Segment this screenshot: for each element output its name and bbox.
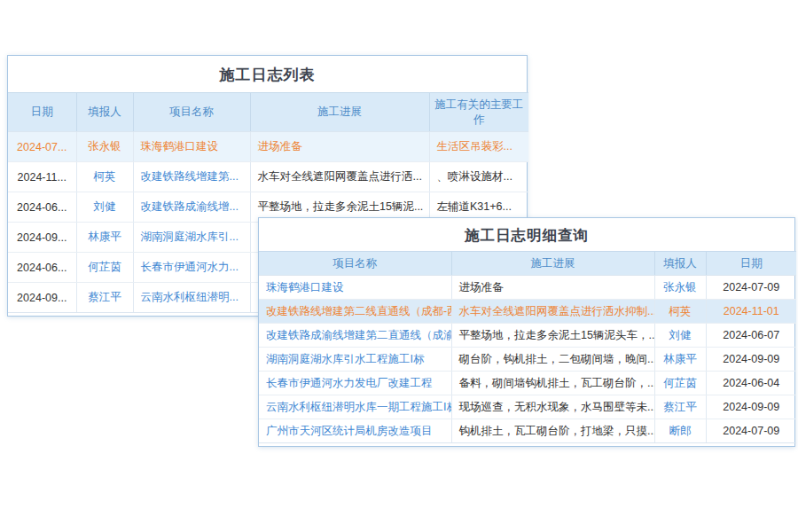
list-header-date: 日期 [8, 93, 76, 132]
log-date: 2024-09... [8, 223, 76, 253]
project-link[interactable]: 改建铁路成渝线增建第二直通线（成渝 [259, 324, 451, 348]
project-link[interactable]: 长春市伊通河水力... [133, 253, 250, 283]
progress-text: 水车对全线遮阳网覆盖点进行洒... [250, 162, 429, 192]
detail-header-date: 日期 [706, 252, 796, 276]
log-date: 2024-06... [8, 192, 76, 223]
reporter-link[interactable]: 柯英 [76, 162, 133, 192]
project-link[interactable]: 广州市天河区统计局机房改造项目 [259, 419, 451, 443]
table-row[interactable]: 改建铁路线增建第二线直通线（成都-西 水车对全线遮阳网覆盖点进行洒水抑制... … [259, 300, 796, 324]
detail-header-project: 项目名称 [259, 252, 451, 276]
log-date: 2024-06-04 [706, 372, 796, 395]
reporter-link[interactable]: 断郎 [654, 419, 706, 443]
table-row[interactable]: 云南水利枢纽潜明水库一期工程施工I标 现场巡查，无积水现象，水马围壁等未... … [259, 395, 796, 419]
project-link[interactable]: 改建铁路成渝线增... [133, 192, 250, 223]
project-link[interactable]: 湖南洞庭湖水库引水工程施工I标 [259, 348, 451, 372]
log-date: 2024-11... [8, 162, 76, 192]
progress-text: 进场准备 [451, 276, 654, 300]
reporter-link[interactable]: 林康平 [76, 223, 133, 253]
main-work-text: 、喷淋设施材... [429, 162, 528, 192]
list-header-main-work: 施工有关的主要工作 [429, 93, 528, 132]
progress-text: 钩机排土，瓦工砌台阶，打地梁，只摸... [451, 419, 654, 443]
progress-text: 水车对全线遮阳网覆盖点进行洒水抑制... [451, 300, 654, 324]
table-row[interactable]: 珠海鹤港口建设 进场准备 张永银 2024-07-09 [259, 276, 796, 300]
project-link[interactable]: 云南水利枢纽潜明水库一期工程施工I标 [259, 395, 451, 419]
list-header-project: 项目名称 [133, 93, 250, 132]
reporter-link[interactable]: 张永银 [76, 132, 133, 162]
log-date: 2024-06... [8, 253, 76, 283]
list-header-reporter: 填报人 [76, 93, 133, 132]
log-date: 2024-07-09 [706, 276, 796, 300]
log-date: 2024-07-09 [706, 419, 796, 443]
table-row[interactable]: 改建铁路成渝线增建第二直通线（成渝 平整场地，拉走多余泥土15辆泥头车，... … [259, 324, 796, 348]
project-link[interactable]: 珠海鹤港口建设 [133, 132, 250, 162]
progress-text: 现场巡查，无积水现象，水马围壁等未... [451, 395, 654, 419]
project-link[interactable]: 长春市伊通河水力发电厂改建工程 [259, 372, 451, 395]
reporter-link[interactable]: 何芷茵 [76, 253, 133, 283]
project-link[interactable]: 改建铁路线增建第... [133, 162, 250, 192]
detail-panel-title: 施工日志明细查询 [259, 218, 794, 251]
main-work-text: 生活区吊装彩... [429, 132, 528, 162]
reporter-link[interactable]: 刘健 [654, 324, 706, 348]
table-row[interactable]: 广州市天河区统计局机房改造项目 钩机排土，瓦工砌台阶，打地梁，只摸... 断郎 … [259, 419, 796, 443]
page: 施工日志列表 日期 填报人 项目名称 施工进展 施工有关的主要工作 2024-0… [0, 0, 798, 532]
progress-text: 平整场地，拉走多余泥土15辆泥头车，... [451, 324, 654, 348]
reporter-link[interactable]: 林康平 [654, 348, 706, 372]
log-date: 2024-06-07 [706, 324, 796, 348]
log-date: 2024-07... [8, 132, 76, 162]
table-row[interactable]: 长春市伊通河水力发电厂改建工程 备料，砌间墙钩机排土，瓦工砌台阶，... 何芷茵… [259, 372, 796, 395]
progress-text: 备料，砌间墙钩机排土，瓦工砌台阶，... [451, 372, 654, 395]
project-link[interactable]: 云南水利枢纽潜明... [133, 283, 250, 313]
reporter-link[interactable]: 柯英 [654, 300, 706, 324]
reporter-link[interactable]: 刘健 [76, 192, 133, 223]
detail-table-header-row: 项目名称 施工进展 填报人 日期 [259, 252, 796, 276]
progress-text: 砌台阶，钩机排土，二包砌间墙，晚间... [451, 348, 654, 372]
table-row[interactable]: 湖南洞庭湖水库引水工程施工I标 砌台阶，钩机排土，二包砌间墙，晚间... 林康平… [259, 348, 796, 372]
detail-header-reporter: 填报人 [654, 252, 706, 276]
project-link[interactable]: 改建铁路线增建第二线直通线（成都-西 [259, 300, 451, 324]
construction-log-detail-table: 项目名称 施工进展 填报人 日期 珠海鹤港口建设 进场准备 张永银 2024-0… [259, 251, 796, 443]
table-row[interactable]: 2024-07... 张永银 珠海鹤港口建设 进场准备 生活区吊装彩... [8, 132, 528, 162]
table-row[interactable]: 2024-11... 柯英 改建铁路线增建第... 水车对全线遮阳网覆盖点进行洒… [8, 162, 528, 192]
panel-bottom-gap [259, 443, 794, 446]
construction-log-detail-panel: 施工日志明细查询 项目名称 施工进展 填报人 日期 珠海鹤港口建设 进场准备 张… [258, 217, 795, 447]
list-panel-title: 施工日志列表 [8, 56, 527, 92]
list-table-header-row: 日期 填报人 项目名称 施工进展 施工有关的主要工作 [8, 93, 528, 132]
log-date: 2024-09... [8, 283, 76, 313]
reporter-link[interactable]: 蔡江平 [76, 283, 133, 313]
list-header-progress: 施工进展 [250, 93, 429, 132]
project-link[interactable]: 珠海鹤港口建设 [259, 276, 451, 300]
reporter-link[interactable]: 何芷茵 [654, 372, 706, 395]
reporter-link[interactable]: 张永银 [654, 276, 706, 300]
log-date: 2024-09-09 [706, 395, 796, 419]
log-date: 2024-09-09 [706, 348, 796, 372]
detail-header-progress: 施工进展 [451, 252, 654, 276]
reporter-link[interactable]: 蔡江平 [654, 395, 706, 419]
project-link[interactable]: 湖南洞庭湖水库引... [133, 223, 250, 253]
progress-text: 进场准备 [250, 132, 429, 162]
log-date: 2024-11-01 [706, 300, 796, 324]
